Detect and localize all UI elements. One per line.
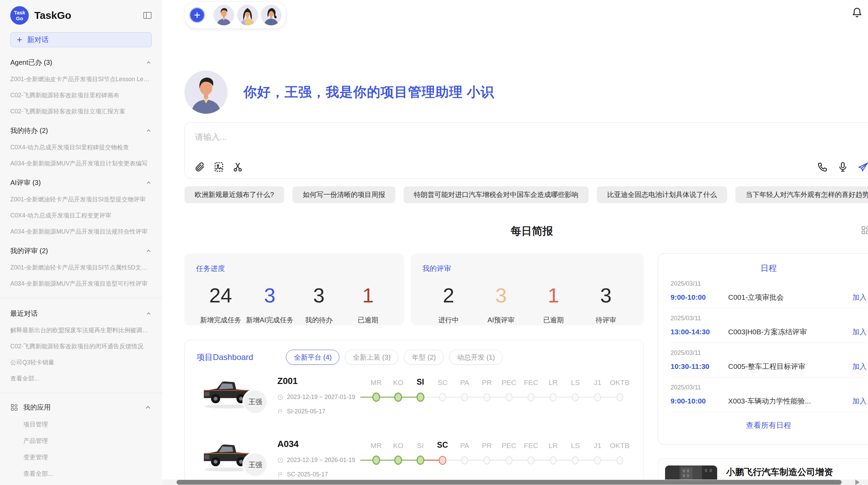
agent-avatar-3[interactable]: [261, 5, 281, 25]
milestone-dot-LS[interactable]: [572, 456, 579, 464]
sidebar-task-item[interactable]: Z001-全新燃油皮卡产品开发项目SI节点Lesson Learn报告: [10, 75, 152, 83]
add-agent-button[interactable]: [189, 7, 205, 23]
section-header-my-todo[interactable]: 我的待办 (2): [10, 126, 152, 135]
project-row-a034[interactable]: 王强 A034 2023-12-19 ~ 2026-01-19 SC-2025-…: [196, 436, 632, 485]
project-date-range: 2023-12-19 ~ 2026-01-19: [287, 457, 355, 464]
filter-powertrain[interactable]: 动总开发 (1): [449, 350, 503, 365]
flag-icon: [277, 409, 284, 415]
join-meeting-link[interactable]: 加入: [852, 396, 867, 406]
project-code: Z001: [277, 376, 362, 386]
join-meeting-link[interactable]: 加入: [852, 327, 867, 337]
milestone-dot-LR[interactable]: [550, 456, 557, 464]
view-all-chats-link[interactable]: 查看全部...: [10, 374, 152, 383]
milestone-dot-PR[interactable]: [483, 456, 490, 464]
sidebar-task-item[interactable]: C0X4-动力总成开发项目工程变更评审: [10, 211, 152, 220]
milestone-label-FEC: FEC: [520, 442, 542, 450]
attachment-icon[interactable]: [194, 161, 206, 173]
milestone-label-LS: LS: [564, 378, 587, 387]
section-header-my-review[interactable]: 我的评审 (2): [10, 246, 152, 256]
milestone-dot-SI[interactable]: [417, 456, 424, 465]
milestone-dot-PEC[interactable]: [506, 393, 513, 401]
project-dates: 2023-12-19 ~ 2027-01-19: [277, 394, 362, 401]
join-meeting-link[interactable]: 加入: [852, 362, 867, 371]
milestone-dot-OKTB[interactable]: [616, 456, 623, 464]
recent-chat-item[interactable]: 公司Q3轻卡销量: [10, 358, 152, 366]
filter-new-body[interactable]: 全新上装 (3): [345, 350, 398, 365]
milestone-dot-PA[interactable]: [461, 456, 468, 464]
milestone-dot-PA[interactable]: [461, 393, 468, 401]
milestone-dot-J1[interactable]: [594, 393, 601, 401]
recent-chat-item[interactable]: C02-飞腾新能源轻客改款项目的闭环通告反馈情况: [10, 342, 152, 350]
agent-avatar-2[interactable]: [237, 5, 258, 25]
new-chat-button[interactable]: 新对话: [10, 32, 152, 47]
suggestion-chip[interactable]: 如何写一份清晰的项目周报: [292, 186, 395, 203]
milestone-dot-MR[interactable]: [372, 393, 380, 402]
milestone-dot-J1[interactable]: [594, 456, 601, 464]
collapse-sidebar-icon[interactable]: [143, 11, 152, 20]
image-icon[interactable]: [213, 161, 225, 173]
stat-label: 已逾期: [343, 315, 393, 325]
milestone-dot-LR[interactable]: [550, 393, 557, 401]
suggestion-chip[interactable]: 比亚迪全固态电池计划具体说了什么: [597, 186, 727, 203]
milestone-dot-MR[interactable]: [372, 456, 380, 465]
milestone-dot-SI[interactable]: [417, 393, 424, 402]
agent-avatar-1[interactable]: [214, 5, 234, 25]
recent-chat-item[interactable]: 解释最新出台的欧盟报废车法规再生塑料比例被调至15%...: [10, 326, 152, 334]
app-item-change-mgmt[interactable]: 变更管理: [23, 453, 152, 461]
milestone-dot-KO[interactable]: [394, 393, 402, 402]
sidebar-task-item[interactable]: Z001-全新燃油轻卡产品开发项目SI造型提交物评审: [10, 195, 152, 203]
send-icon[interactable]: [857, 161, 868, 173]
scroll-right-arrow[interactable]: [855, 480, 860, 485]
milestone-label-SC: SC: [431, 378, 454, 387]
sidebar-task-item[interactable]: Z001-全新燃油轻卡产品开发项目SI节点属性5D文件评审: [10, 263, 152, 272]
filter-new-platform[interactable]: 全新平台 (4): [286, 350, 339, 365]
stat-value: 3: [475, 284, 527, 307]
horizontal-scrollbar-thumb[interactable]: [177, 480, 842, 485]
project-photo-truck: 王强: [202, 436, 254, 485]
view-all-apps-link[interactable]: 查看全部...: [23, 470, 152, 478]
scissors-icon[interactable]: [232, 161, 243, 173]
logo-text-line2: Go: [16, 15, 23, 21]
microphone-icon[interactable]: [837, 161, 848, 173]
section-header-recent-chats[interactable]: 最近对话: [10, 309, 152, 318]
chat-input[interactable]: [195, 132, 700, 154]
daily-brief-title: 每日简报: [184, 224, 868, 238]
milestone-dot-PR[interactable]: [483, 393, 490, 401]
sidebar-task-item[interactable]: A034-全新新能源MUV产品开发项目计划变更表编写: [10, 159, 152, 167]
section-header-ai-review[interactable]: AI评审 (3): [10, 178, 152, 187]
section-header-agent-done[interactable]: Agent已办 (3): [10, 58, 152, 67]
suggestion-chip[interactable]: 特朗普可能对进口汽车增税会对中国车企造成哪些影响: [403, 186, 589, 203]
filter-model-year[interactable]: 年型 (2): [404, 350, 444, 365]
milestone-dot-SC[interactable]: [439, 393, 446, 401]
project-info: A034 2023-12-19 ~ 2026-01-19 SC-2025-05-…: [277, 436, 362, 485]
project-row-z001[interactable]: 王强 Z001 2023-12-19 ~ 2027-01-19 SI-2025-…: [196, 373, 632, 428]
owner-name: 王强: [249, 460, 262, 470]
task-progress-title: 任务进度: [196, 264, 393, 273]
composer-left-tools: [194, 161, 243, 173]
milestone-dot-PEC[interactable]: [506, 456, 513, 464]
phone-call-icon[interactable]: [817, 161, 828, 173]
app-item-product-mgmt[interactable]: 产品管理: [23, 437, 152, 445]
app-item-project-mgmt[interactable]: 项目管理: [23, 420, 152, 428]
sidebar-task-item[interactable]: C02-飞腾新能源轻客改款项目里程碑画布: [10, 91, 152, 99]
sidebar-task-item[interactable]: A034-全新新能源MUV产品开发项目造型可行性评审: [10, 279, 152, 288]
milestone-label-PA: PA: [453, 442, 476, 450]
composer-right-tools: [817, 161, 868, 173]
sidebar-task-item[interactable]: A034-全新新能源MUV产品开发项目法规符合性评审: [10, 227, 152, 236]
sidebar-task-item[interactable]: C0X4-动力总成开发项目SI里程碑提交物检查: [10, 143, 152, 151]
stat-label: 我的待办: [294, 315, 343, 325]
suggestion-chip[interactable]: 欧洲新规最近颁布了什么?: [184, 186, 284, 203]
milestone-dot-KO[interactable]: [394, 456, 402, 465]
milestone-dot-LS[interactable]: [572, 393, 579, 401]
sidebar-item-my-apps[interactable]: 我的应用: [10, 403, 152, 412]
join-meeting-link[interactable]: 加入: [852, 293, 867, 302]
sidebar-task-item[interactable]: C02-飞腾新能源轻客改款项目立项汇报方案: [10, 107, 152, 115]
stat-in-progress: 2 进行中: [422, 284, 475, 325]
milestone-dot-SC[interactable]: [439, 456, 446, 465]
milestone-dot-OKTB[interactable]: [616, 393, 623, 401]
suggestion-chip[interactable]: 当下年轻人对汽车外观有怎样的喜好趋势: [735, 186, 868, 203]
milestone-dot-FEC[interactable]: [528, 393, 534, 401]
milestone-dot-FEC[interactable]: [528, 456, 534, 464]
view-all-schedule-link[interactable]: 查看所有日程: [671, 420, 867, 431]
layout-grid-icon[interactable]: [861, 225, 868, 235]
